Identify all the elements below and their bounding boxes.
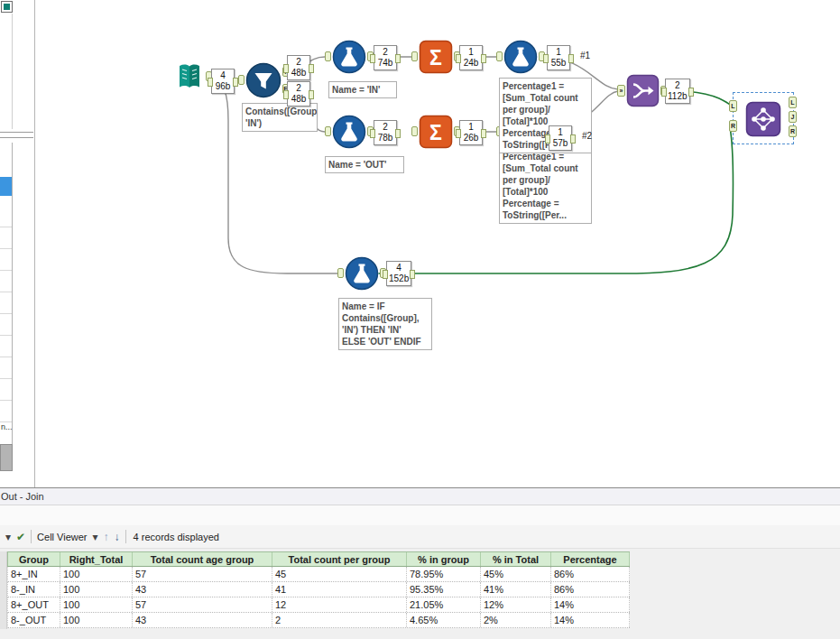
next-record-arrow-icon[interactable]: ↓ (115, 531, 120, 543)
formula-name-tool[interactable] (345, 256, 379, 291)
cell: 12 (272, 597, 407, 612)
list-item[interactable] (0, 379, 12, 401)
record-size: 55b (549, 58, 568, 69)
record-count-badge: 4 96b (211, 69, 235, 94)
cell: 100 (60, 613, 133, 627)
annotation-filter[interactable]: Contains([Group], 'IN') (242, 103, 318, 132)
column-header[interactable]: Group (8, 552, 60, 566)
input-anchor[interactable] (238, 75, 245, 85)
join-right-output-anchor[interactable]: R (789, 125, 797, 137)
annotation-name-in[interactable]: Name = 'IN' (328, 81, 397, 98)
list-item[interactable] (0, 227, 12, 249)
apply-check-icon[interactable]: ✔ (16, 531, 25, 543)
cell: 100 (60, 597, 133, 612)
input-anchor[interactable] (325, 51, 331, 61)
cell: 8-_IN (8, 582, 60, 597)
toolbar-separator (31, 530, 32, 543)
input-anchor[interactable] (411, 126, 418, 136)
column-header[interactable]: % in group (407, 552, 481, 566)
input-anchor[interactable] (325, 126, 331, 136)
input-data-tool[interactable] (174, 61, 205, 92)
record-count: 2 (376, 122, 394, 133)
formula-out-tool[interactable] (332, 115, 366, 149)
record-count: 4 (214, 70, 232, 81)
join-left-input-anchor[interactable]: L (729, 100, 737, 112)
output-dropdown-caret-icon[interactable]: ▾ (5, 531, 11, 543)
record-count-badge: 2 74b (374, 45, 397, 70)
record-count: 4 (389, 263, 409, 273)
record-count-badge: 2 48b (287, 81, 310, 106)
list-item[interactable] (0, 271, 12, 292)
record-size: 152b (389, 273, 409, 284)
cell-viewer-caret-icon[interactable]: ▾ (93, 531, 98, 543)
cell: 43 (133, 613, 272, 627)
multi-input-anchor[interactable]: » (617, 85, 625, 97)
record-count-badge: 2 112b (665, 79, 690, 104)
records-displayed-text: 4 records displayed (134, 532, 219, 542)
filter-tool[interactable]: T F (245, 62, 282, 98)
table-row[interactable]: 8+_OUT 100 57 12 21.05% 12% 14% (7, 597, 630, 613)
list-item[interactable] (0, 357, 12, 379)
list-item[interactable] (0, 206, 12, 227)
cell: 21.05% (407, 597, 481, 612)
record-count: 1 (549, 47, 568, 58)
table-row[interactable]: 8-_OUT 100 43 2 4.65% 2% 14% (7, 613, 630, 628)
record-size: 74b (376, 58, 394, 69)
column-header[interactable]: % in Total (481, 552, 551, 566)
clipped-config-list (0, 143, 13, 444)
annotation-percentage2[interactable]: Percentage1 = [Sum_Total count per group… (499, 148, 592, 224)
sigma-icon: Σ (419, 115, 453, 149)
input-anchor[interactable] (496, 51, 503, 61)
join-icon (745, 101, 781, 137)
cell: 86% (551, 567, 630, 581)
flask-icon (345, 256, 379, 291)
join-inner-output-anchor[interactable]: J (789, 111, 797, 123)
results-toolbar: ▾ ✔ Cell Viewer ▾ ↑ ↓ 4 records displaye… (0, 525, 840, 549)
input-anchor[interactable] (411, 51, 418, 61)
cell: 100 (60, 582, 133, 597)
list-item[interactable] (0, 336, 12, 357)
join-right-input-anchor[interactable]: R (729, 120, 737, 132)
selected-row[interactable] (0, 177, 12, 196)
overview-glyph (4, 4, 10, 10)
column-header[interactable]: Total count per group (272, 552, 407, 566)
previous-record-arrow-icon[interactable]: ↑ (104, 531, 109, 543)
flask-icon (332, 115, 366, 149)
union-icon (626, 74, 660, 107)
overview-map-icon[interactable] (1, 1, 13, 13)
annotation-name-if[interactable]: Name = IF Contains([Group], 'IN') THEN '… (338, 298, 432, 350)
list-item[interactable] (0, 314, 12, 336)
column-header[interactable]: Right_Total (60, 552, 133, 566)
formula-in-tool[interactable] (332, 40, 366, 74)
input-anchor[interactable] (337, 268, 344, 278)
results-panel: Out - Join ▾ ✔ Cell Viewer ▾ ↑ ↓ 4 recor… (0, 487, 840, 639)
annotation-name-out[interactable]: Name = 'OUT' (325, 156, 404, 173)
results-grid-header: Group Right_Total Total count age group … (7, 551, 630, 567)
clipped-gray-block (0, 444, 13, 471)
record-size: 96b (214, 81, 232, 92)
table-row[interactable]: 8-_IN 100 43 41 95.35% 41% 86% (7, 582, 630, 597)
cell: 2% (481, 613, 551, 627)
pane-splitter[interactable] (0, 132, 33, 138)
flask-icon (503, 40, 538, 74)
list-item[interactable] (0, 401, 12, 422)
summarize-out-tool[interactable]: Σ (419, 115, 453, 149)
list-item[interactable] (0, 249, 12, 271)
results-grid: Group Right_Total Total count age group … (7, 551, 630, 628)
join-left-output-anchor[interactable]: L (789, 97, 797, 108)
cell: 14% (551, 597, 630, 612)
column-header[interactable]: Percentage (551, 552, 630, 566)
table-row[interactable]: 8+_IN 100 57 45 78.95% 45% 86% (7, 567, 630, 582)
cell: 45% (481, 567, 551, 581)
cell: 41% (481, 582, 551, 597)
cell: 57 (133, 597, 272, 612)
join-tool[interactable] (745, 101, 781, 137)
list-item[interactable] (0, 292, 12, 314)
formula-percentage1-tool[interactable] (503, 40, 538, 74)
column-header[interactable]: Total count age group (133, 552, 272, 566)
record-count: 1 (551, 127, 569, 138)
summarize-in-tool[interactable]: Σ (419, 40, 453, 74)
union-tool[interactable]: » (626, 74, 660, 107)
cell: 100 (60, 567, 133, 581)
cell-viewer-dropdown[interactable]: Cell Viewer (37, 532, 87, 542)
